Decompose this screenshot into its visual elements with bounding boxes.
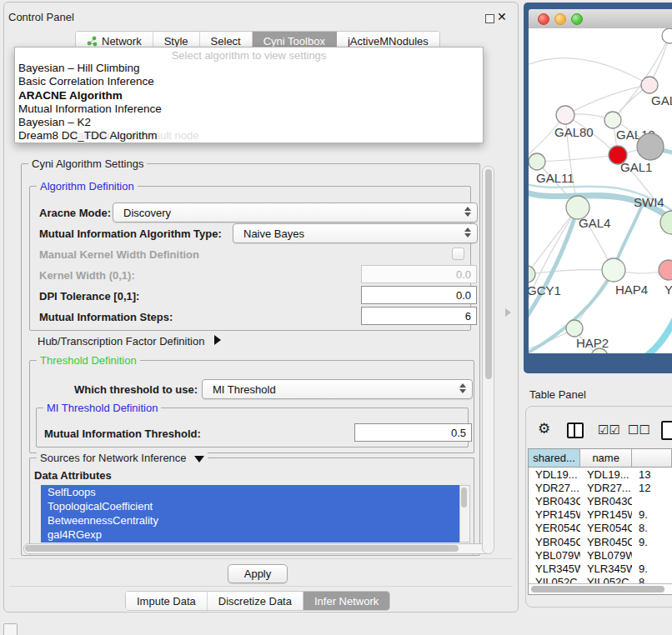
deselect-all-checkboxes-icon[interactable]: ☐☐	[628, 422, 650, 437]
table-row[interactable]: YBR045CYBR045C9.	[529, 535, 672, 548]
network-node-label-gal80: GAL80	[554, 125, 594, 139]
attribute-item-betweennesscentrality[interactable]: BetweennessCentrality	[41, 513, 459, 528]
table-cell: YDL19...	[580, 468, 632, 481]
network-node[interactable]	[662, 28, 672, 43]
algorithm-option-aracne-algorithm[interactable]: ARACNE Algorithm	[15, 89, 483, 102]
network-node-gal10[interactable]	[604, 112, 621, 128]
network-edge[interactable]	[537, 155, 618, 162]
algorithm-selector-placeholder[interactable]: Select algorithm to view settings	[15, 49, 483, 62]
column-header-shared[interactable]: shared...	[529, 449, 580, 467]
network-node-y[interactable]	[659, 260, 672, 280]
sources-title-row[interactable]: Sources for Network Inference	[37, 452, 208, 464]
dpi-tolerance-label: DPI Tolerance [0,1]:	[39, 290, 139, 302]
tab-select-label: Select	[211, 35, 241, 48]
table-cell: 9.	[632, 562, 672, 575]
columns-icon[interactable]	[567, 422, 584, 438]
network-node-gal11[interactable]	[529, 153, 545, 170]
table-cell: 12	[632, 482, 672, 494]
table-horizontal-scrollbar[interactable]	[529, 583, 672, 595]
algorithm-option-mutual-information-inference[interactable]: Mutual Information Inference	[15, 102, 483, 116]
table-row[interactable]: YLR345WYLR345W9.	[529, 562, 672, 575]
select-all-checkboxes-icon[interactable]: ☑☑	[598, 422, 620, 437]
mi-steps-field[interactable]: 6	[361, 307, 477, 325]
dpi-tolerance-field[interactable]: 0.0	[361, 286, 477, 304]
table-row[interactable]: YPR145WYPR145W9.	[529, 508, 672, 522]
kernel-width-label: Kernel Width (0,1):	[39, 269, 135, 282]
bottom-tab-infer-network[interactable]: Infer Network	[303, 592, 389, 610]
network-node-label-y: Y	[664, 282, 672, 297]
which-threshold-select[interactable]: MI Threshold	[202, 379, 473, 399]
document-icon[interactable]	[661, 421, 672, 440]
gear-icon[interactable]: ⚙	[538, 422, 550, 436]
network-node-hap2[interactable]	[566, 320, 583, 337]
table-cell: 9.	[632, 508, 672, 521]
screen: { "colors": { "accent_blue_title": "#2a2…	[0, 0, 672, 635]
apply-button[interactable]: Apply	[228, 564, 288, 583]
network-node-label-gcy1: GCY1	[529, 283, 561, 298]
attributes-list-scrollbar[interactable]	[459, 485, 470, 542]
data-attributes-label: Data Attributes	[34, 469, 112, 482]
table-cell: YDR27...	[529, 482, 580, 494]
manual-kernel-width-label: Manual Kernel Width Definition	[39, 248, 199, 261]
algorithm-option-basic-correlation-inference[interactable]: Basic Correlation Inference	[15, 75, 483, 88]
close-traffic-light-icon[interactable]	[538, 13, 549, 25]
network-edge[interactable]	[529, 208, 578, 274]
table-row[interactable]: YBL079WYBL079W	[529, 548, 672, 562]
network-edge[interactable]	[639, 318, 672, 353]
aracne-mode-select[interactable]: Discovery	[113, 202, 478, 222]
table-cell: 13	[632, 468, 672, 481]
mi-algorithm-type-label: Mutual Information Algorithm Type:	[39, 228, 222, 240]
mi-algorithm-type-select[interactable]: Naive Bayes	[233, 223, 478, 243]
network-node-gal7[interactable]	[641, 77, 658, 93]
algorithm-option-bayesian-hill-climbing[interactable]: Bayesian – Hill Climbing	[15, 62, 483, 75]
table-cell: YBL079W	[529, 549, 580, 562]
chevron-right-icon	[214, 335, 221, 345]
minimized-panel-icon[interactable]	[3, 623, 18, 635]
network-node-gcy1[interactable]	[529, 266, 535, 282]
table-row[interactable]: YDR27...YDR27...12	[529, 481, 672, 494]
which-threshold-label: Which threshold to use:	[74, 383, 198, 396]
table-cell: YER054C	[580, 522, 632, 534]
panel-resize-grip[interactable]	[505, 308, 511, 317]
network-edge[interactable]	[529, 208, 578, 322]
attribute-item-gal4rgexp[interactable]: gal4RGexp	[41, 528, 459, 542]
hub-definition-toggle[interactable]: Hub/Transcription Factor Definition	[38, 335, 221, 348]
bottom-tab-discretize-data[interactable]: Discretize Data	[208, 592, 303, 610]
zoom-traffic-light-icon[interactable]	[571, 13, 583, 25]
network-canvas[interactable]: GAL7GAL80GAL10GAL1GAL11SWI4GAL4GCY1HAP4Y…	[529, 28, 672, 353]
divider	[9, 586, 513, 587]
tab-style-label: Style	[164, 35, 188, 48]
network-node[interactable]	[637, 133, 664, 160]
threshold-definition-title: Threshold Definition	[37, 354, 140, 367]
close-icon[interactable]: ✕	[497, 12, 507, 22]
kernel-width-field[interactable]: 0.0	[361, 265, 477, 283]
bottom-tab-impute-data[interactable]: Impute Data	[126, 592, 208, 610]
network-node-label-hap2: HAP2	[576, 336, 609, 350]
table-row[interactable]: YER054CYER054C8.	[529, 522, 672, 535]
network-node-label-gal1: GAL1	[620, 160, 652, 174]
tab-jactivemnodules-label: jActiveMNodules	[348, 35, 429, 48]
network-node-gal80[interactable]	[556, 106, 574, 124]
algorithm-option-bayesian-k2[interactable]: Bayesian – K2	[15, 116, 483, 129]
data-attributes-list[interactable]: SelfLoopsTopologicalCoefficientBetweenne…	[41, 485, 459, 542]
algorithm-option-dream8-dc-tdc-algorithm[interactable]: Dream8 DC_TDC Algorithm	[15, 129, 483, 142]
gene-table-body: YDL19...YDL19...13YDR27...YDR27...12YBR0…	[529, 468, 672, 589]
float-window-icon[interactable]	[485, 14, 494, 23]
gene-table-header: shared...name	[529, 449, 672, 468]
manual-kernel-width-checkbox[interactable]	[452, 248, 464, 260]
attribute-item-topologicalcoefficient[interactable]: TopologicalCoefficient	[41, 499, 459, 513]
mi-threshold-field[interactable]: 0.5	[354, 423, 472, 442]
table-cell: YPR145W	[529, 508, 580, 521]
network-window-titlebar[interactable]	[529, 9, 672, 29]
settings-horizontal-scrollbar[interactable]	[23, 543, 494, 554]
column-header-name[interactable]: name	[580, 449, 632, 467]
attribute-item-selfloops[interactable]: SelfLoops	[41, 485, 459, 499]
network-edge[interactable]	[529, 58, 649, 85]
algorithm-definition-title: Algorithm Definition	[37, 180, 138, 192]
minimize-traffic-light-icon[interactable]	[554, 13, 566, 25]
column-header-2[interactable]	[632, 449, 672, 467]
network-node-hap4[interactable]	[602, 258, 625, 282]
settings-vertical-scrollbar[interactable]	[482, 166, 494, 554]
table-row[interactable]: YDL19...YDL19...13	[529, 468, 672, 481]
table-row[interactable]: YBR043CYBR043C	[529, 494, 672, 508]
